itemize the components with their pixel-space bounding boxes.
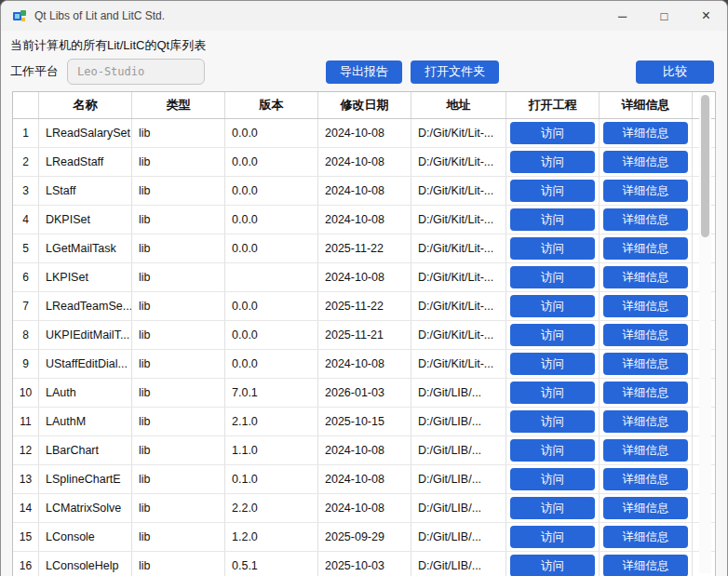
open-project-cell: 访问 — [506, 206, 600, 234]
details-button[interactable]: 详细信息 — [603, 122, 688, 144]
details-button[interactable]: 详细信息 — [603, 497, 688, 519]
row-type: lib — [132, 552, 225, 576]
row-modified-date: 2024-10-08 — [318, 148, 411, 176]
visit-button[interactable]: 访问 — [510, 410, 595, 433]
column-header-open-project: 打开工程 — [506, 92, 600, 118]
column-header-name: 名称 — [39, 92, 132, 118]
table-row: 14 LCMatrixSolve lib 2.2.0 2024-10-08 D:… — [13, 494, 715, 523]
row-index: 11 — [13, 408, 39, 435]
visit-button[interactable]: 访问 — [510, 555, 595, 576]
details-cell: 详细信息 — [600, 234, 693, 262]
visit-button[interactable]: 访问 — [510, 497, 595, 519]
details-button[interactable]: 详细信息 — [603, 468, 688, 490]
app-icon — [12, 8, 27, 23]
details-button[interactable]: 详细信息 — [603, 439, 688, 462]
table-row: 13 LSplineChartE lib 0.1.0 2024-10-08 D:… — [13, 465, 715, 494]
row-modified-date: 2024-10-08 — [318, 119, 411, 147]
page-subtitle: 当前计算机的所有Lit/LitC的Qt库列表 — [10, 38, 727, 53]
row-name: LKPISet — [39, 263, 132, 291]
close-button[interactable]: × — [685, 1, 727, 31]
visit-button[interactable]: 访问 — [510, 266, 595, 288]
table-row: 6 LKPISet lib 2024-10-08 D:/Git/Kit/Lit-… — [13, 263, 715, 292]
row-type: lib — [132, 177, 225, 205]
minimize-button[interactable]: ─ — [601, 1, 643, 31]
table-header-row: 名称 类型 版本 修改日期 地址 打开工程 详细信息 — [13, 92, 715, 119]
scrollbar-thumb[interactable] — [701, 95, 709, 237]
row-version: 7.0.1 — [225, 379, 318, 407]
details-button[interactable]: 详细信息 — [603, 180, 688, 202]
details-cell: 详细信息 — [600, 465, 693, 493]
visit-button[interactable]: 访问 — [510, 439, 595, 462]
visit-button[interactable]: 访问 — [510, 324, 595, 346]
row-index: 4 — [13, 206, 39, 234]
row-path: D:/Git/LIB/... — [411, 523, 506, 551]
table-row: 10 LAuth lib 7.0.1 2026-01-03 D:/Git/LIB… — [13, 379, 715, 408]
compare-button[interactable]: 比较 — [636, 60, 714, 84]
details-cell: 详细信息 — [600, 552, 693, 576]
visit-button[interactable]: 访问 — [510, 122, 595, 144]
open-project-cell: 访问 — [506, 494, 600, 522]
row-path: D:/Git/Kit/Lit-... — [411, 350, 506, 378]
platform-label: 工作平台 — [10, 63, 59, 80]
details-button[interactable]: 详细信息 — [603, 526, 688, 548]
open-project-cell: 访问 — [506, 148, 600, 176]
visit-button[interactable]: 访问 — [510, 237, 595, 260]
row-index: 9 — [13, 350, 39, 378]
details-button[interactable]: 详细信息 — [603, 382, 688, 404]
row-modified-date: 2024-10-08 — [318, 206, 411, 234]
visit-button[interactable]: 访问 — [510, 353, 595, 375]
details-button[interactable]: 详细信息 — [603, 324, 688, 346]
maximize-button[interactable]: □ — [643, 1, 685, 31]
details-button[interactable]: 详细信息 — [603, 410, 688, 433]
row-index: 7 — [13, 292, 39, 320]
visit-button[interactable]: 访问 — [510, 151, 595, 173]
details-button[interactable]: 详细信息 — [603, 266, 688, 288]
table-row: 15 LConsole lib 1.2.0 2025-09-29 D:/Git/… — [13, 523, 715, 552]
row-name: LReadSalarySet — [39, 119, 132, 147]
details-button[interactable]: 详细信息 — [603, 208, 688, 231]
toolbar: 工作平台 导出报告 打开文件夹 比较 — [1, 59, 727, 85]
details-button[interactable]: 详细信息 — [603, 151, 688, 173]
open-project-cell: 访问 — [506, 379, 600, 407]
open-project-cell: 访问 — [506, 234, 600, 262]
visit-button[interactable]: 访问 — [510, 180, 595, 202]
row-type: lib — [132, 523, 225, 551]
open-project-cell: 访问 — [506, 436, 600, 464]
visit-button[interactable]: 访问 — [510, 382, 595, 404]
details-button[interactable]: 详细信息 — [603, 555, 688, 576]
export-report-button[interactable]: 导出报告 — [326, 60, 402, 84]
row-path: D:/Git/LIB/... — [411, 494, 506, 522]
row-name: LSplineChartE — [39, 465, 132, 493]
row-type: lib — [132, 465, 225, 493]
row-index: 12 — [13, 436, 39, 464]
row-number-column-header — [13, 92, 39, 118]
row-name: LAuth — [39, 379, 132, 407]
visit-button[interactable]: 访问 — [510, 208, 595, 231]
table-row: 2 LReadStaff lib 0.0.0 2024-10-08 D:/Git… — [13, 148, 715, 177]
table-row: 5 LGetMailTask lib 0.0.0 2025-11-22 D:/G… — [13, 234, 715, 263]
row-modified-date: 2025-11-21 — [318, 321, 411, 349]
row-index: 10 — [13, 379, 39, 407]
row-type: lib — [132, 206, 225, 234]
library-table: 名称 类型 版本 修改日期 地址 打开工程 详细信息 1 LReadSalary… — [12, 91, 716, 576]
row-version: 0.0.0 — [225, 206, 318, 234]
row-name: LCMatrixSolve — [39, 494, 132, 522]
details-button[interactable]: 详细信息 — [603, 353, 688, 375]
open-project-cell: 访问 — [506, 350, 600, 378]
row-name: UStaffEditDial... — [39, 350, 132, 378]
visit-button[interactable]: 访问 — [510, 526, 595, 548]
row-version: 0.1.0 — [225, 465, 318, 493]
row-type: lib — [132, 292, 225, 320]
table-row: 9 UStaffEditDial... lib 0.0.0 2024-10-08… — [13, 350, 715, 379]
vertical-scrollbar[interactable] — [699, 95, 711, 573]
visit-button[interactable]: 访问 — [510, 295, 595, 317]
row-name: LReadStaff — [39, 148, 132, 176]
details-button[interactable]: 详细信息 — [603, 295, 688, 317]
row-path: D:/Git/LIB/... — [411, 436, 506, 464]
table-row: 8 UKPIEditMailT... lib 0.0.0 2025-11-21 … — [13, 321, 715, 350]
visit-button[interactable]: 访问 — [510, 468, 595, 490]
row-version: 0.0.0 — [225, 234, 318, 262]
open-folder-button[interactable]: 打开文件夹 — [411, 60, 499, 84]
details-button[interactable]: 详细信息 — [603, 237, 688, 260]
row-modified-date: 2025-10-15 — [318, 408, 411, 435]
